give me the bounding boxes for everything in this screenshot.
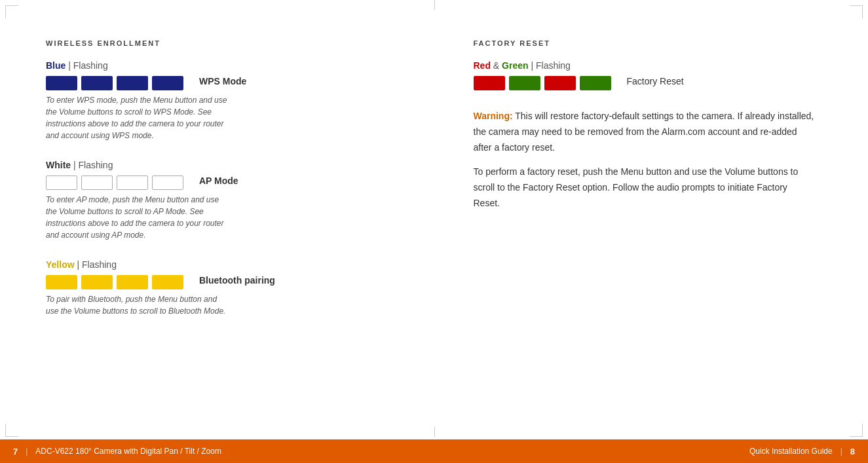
warning-paragraph: Warning: This will restore factory-defau… [474, 109, 814, 155]
white-led-4 [152, 176, 183, 190]
yellow-inline-row: Bluetooth pairing [46, 275, 395, 289]
factory-reset-mode-label: Factory Reset [627, 76, 684, 86]
warning-block: Warning: This will restore factory-defau… [474, 109, 814, 212]
factory-red-led-1 [474, 76, 505, 90]
yellow-led-3 [117, 275, 148, 289]
warning-text: This will restore factory-default settin… [474, 111, 814, 153]
center-line-top [434, 0, 435, 10]
yellow-separator: | Flashing [75, 259, 117, 270]
blue-mode-label: WPS Mode [199, 76, 246, 86]
yellow-description: To pair with Bluetooth, push the Menu bu… [46, 293, 229, 317]
white-led-3 [117, 176, 148, 190]
blue-separator: | Flashing [66, 60, 107, 71]
yellow-led-2 [81, 275, 113, 289]
factory-inline-row: Factory Reset [474, 76, 823, 90]
footer-page-right: 8 [850, 447, 855, 456]
footer-guide-name: Quick Installation Guide [749, 447, 833, 456]
blue-led-blocks [46, 76, 183, 90]
white-led-1 [46, 176, 77, 190]
white-mode-label: AP Mode [199, 176, 238, 186]
blue-inline-row: WPS Mode [46, 76, 395, 90]
blue-section: Blue | Flashing WPS Mode To enter WPS mo… [46, 60, 395, 141]
yellow-mode-label: Bluetooth pairing [199, 275, 275, 286]
blue-led-4 [152, 76, 183, 90]
white-led-2 [81, 176, 113, 190]
yellow-label: Yellow | Flashing [46, 259, 395, 270]
factory-led-blocks [474, 76, 611, 90]
factory-reset-title: FACTORY RESET [474, 39, 823, 47]
white-label: White | Flashing [46, 160, 395, 170]
footer-left: 7 | ADC-V622 180° Camera with Digital Pa… [13, 447, 221, 456]
corner-mark-br [850, 424, 863, 437]
white-color-label: White [46, 160, 71, 170]
blue-description: To enter WPS mode, push the Menu button … [46, 94, 229, 141]
footer-separator-right: | [840, 447, 842, 456]
corner-mark-tr [850, 5, 863, 18]
main-content: WIRELESS ENROLLMENT Blue | Flashing WPS … [0, 0, 868, 439]
page-container: WIRELESS ENROLLMENT Blue | Flashing WPS … [0, 0, 868, 463]
white-text-col: AP Mode [194, 176, 238, 186]
red-label: Red [474, 60, 491, 71]
center-line-bottom [434, 427, 435, 437]
right-column: FACTORY RESET Red & Green | Flashing Fac… [434, 39, 823, 426]
white-inline-row: AP Mode [46, 176, 395, 190]
yellow-text-col: Bluetooth pairing [194, 275, 275, 286]
blue-text-col: WPS Mode [194, 76, 246, 86]
yellow-led-4 [152, 275, 183, 289]
blue-label: Blue | Flashing [46, 60, 395, 71]
yellow-led-1 [46, 275, 77, 289]
blue-color-label: Blue [46, 60, 66, 71]
ampersand: & [491, 60, 502, 71]
factory-reset-text-col: Factory Reset [622, 76, 684, 86]
factory-color-label: Red & Green | Flashing [474, 60, 823, 71]
blue-led-3 [117, 76, 148, 90]
footer-product-name: ADC-V622 180° Camera with Digital Pan / … [35, 447, 221, 456]
wireless-enrollment-title: WIRELESS ENROLLMENT [46, 39, 395, 47]
corner-mark-bl [5, 424, 18, 437]
warning-label: Warning: [474, 111, 513, 121]
factory-green-led-1 [509, 76, 540, 90]
yellow-led-blocks [46, 275, 183, 289]
white-separator: | Flashing [71, 160, 113, 170]
white-led-blocks [46, 176, 183, 190]
yellow-section: Yellow | Flashing Bluetooth pairing To p… [46, 259, 395, 317]
white-section: White | Flashing AP Mode To enter AP mod… [46, 160, 395, 241]
white-description: To enter AP mode, push the Menu button a… [46, 194, 229, 241]
corner-mark-tl [5, 5, 18, 18]
footer-bar: 7 | ADC-V622 180° Camera with Digital Pa… [0, 439, 868, 463]
left-column: WIRELESS ENROLLMENT Blue | Flashing WPS … [46, 39, 434, 426]
factory-green-led-2 [580, 76, 611, 90]
footer-separator-left: | [26, 447, 28, 456]
footer-right: Quick Installation Guide | 8 [749, 447, 855, 456]
blue-led-2 [81, 76, 113, 90]
factory-led-section: Red & Green | Flashing Factory Reset [474, 60, 823, 90]
instructions-paragraph: To perform a factory reset, push the Men… [474, 164, 814, 211]
yellow-color-label: Yellow [46, 259, 75, 270]
factory-separator: | Flashing [529, 60, 571, 71]
factory-red-led-2 [544, 76, 576, 90]
footer-page-left: 7 [13, 447, 18, 456]
green-label: Green [502, 60, 528, 71]
blue-led-1 [46, 76, 77, 90]
